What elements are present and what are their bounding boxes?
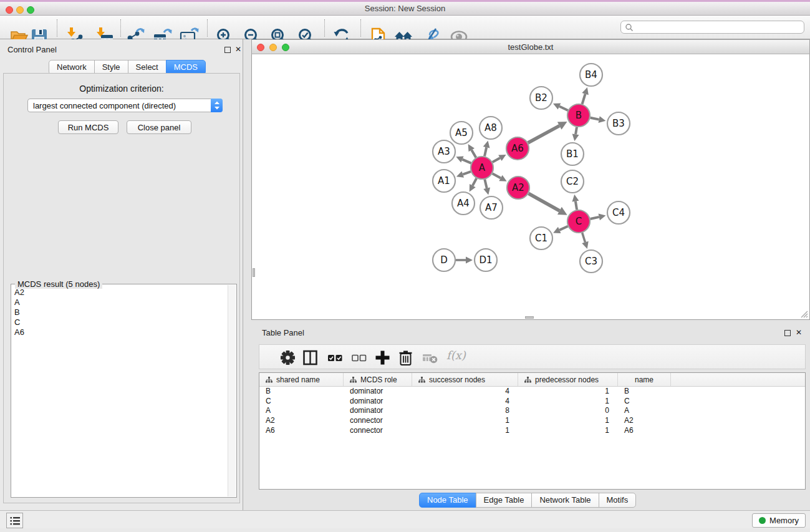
graph-node-C1[interactable]: C1 xyxy=(530,227,552,249)
close-panel-icon[interactable]: ✕ xyxy=(235,45,241,54)
column-header[interactable]: name xyxy=(618,373,671,386)
graph-node-B4[interactable]: B4 xyxy=(580,64,602,86)
svg-text:B1: B1 xyxy=(566,148,579,160)
graph-node-A7[interactable]: A7 xyxy=(480,196,503,219)
mcds-result-item[interactable]: A xyxy=(12,297,228,307)
graph-node-A6[interactable]: A6 xyxy=(506,137,529,160)
delete-column-trash-icon[interactable] xyxy=(397,349,414,366)
edge-B-B3[interactable] xyxy=(591,118,599,120)
column-header[interactable]: predecessor nodes xyxy=(518,373,618,386)
network-canvas[interactable]: B4B2BB3A8A5A6A3B1AA1C2A2A4A7C4CC1DD1C3 xyxy=(251,54,810,320)
graph-node-D1[interactable]: D1 xyxy=(475,249,497,271)
graph-node-A3[interactable]: A3 xyxy=(433,140,455,163)
tab-motifs[interactable]: Motifs xyxy=(599,493,637,508)
toggle-panes-icon[interactable] xyxy=(302,349,319,366)
table-row[interactable]: A6connector11A6 xyxy=(259,426,805,436)
table-row[interactable]: Adominator80A xyxy=(259,406,805,416)
edge-B-B4[interactable] xyxy=(582,94,586,104)
edge-C-C1[interactable] xyxy=(559,226,567,230)
graph-node-D[interactable]: D xyxy=(433,249,455,271)
session-title: Session: New Session xyxy=(365,4,445,13)
edge-A-A7[interactable] xyxy=(485,179,486,188)
list-icon xyxy=(9,515,21,527)
column-header[interactable]: successor nodes xyxy=(412,373,518,386)
criterion-dropdown[interactable]: largest connected component (directed) xyxy=(27,99,223,112)
edge-C-C2[interactable] xyxy=(576,201,577,210)
edge-A-A4[interactable] xyxy=(473,178,476,186)
resize-grip-icon[interactable] xyxy=(799,309,808,318)
add-column-icon[interactable] xyxy=(374,349,391,366)
task-history-button[interactable] xyxy=(6,513,23,528)
select-all-icon[interactable] xyxy=(327,349,344,366)
delete-table-icon[interactable] xyxy=(422,349,438,366)
table-row[interactable]: Bdominator41B xyxy=(259,387,805,397)
graph-node-B1[interactable]: B1 xyxy=(561,143,584,165)
graph-node-A2[interactable]: A2 xyxy=(507,177,529,199)
graph-node-A8[interactable]: A8 xyxy=(480,117,502,139)
edge-A-A6[interactable] xyxy=(493,158,500,162)
table-float-icon[interactable] xyxy=(784,330,791,336)
graph-node-A[interactable]: A xyxy=(471,157,493,179)
tab-node-table[interactable]: Node Table xyxy=(419,493,476,508)
mcds-result-item[interactable]: A6 xyxy=(12,327,228,337)
edge-arrowhead xyxy=(582,87,589,95)
float-panel-icon[interactable] xyxy=(224,47,231,53)
mcds-result-item[interactable]: B xyxy=(12,307,228,317)
mcds-result-item[interactable]: A2 xyxy=(12,288,228,297)
graph-node-C3[interactable]: C3 xyxy=(580,250,602,273)
edge-A-A2[interactable] xyxy=(493,173,501,178)
table-settings-gear-icon[interactable] xyxy=(279,349,296,366)
edge-A-A1[interactable] xyxy=(463,172,471,174)
edge-B-B2[interactable] xyxy=(559,107,568,110)
graph-node-A4[interactable]: A4 xyxy=(452,192,475,215)
edge-A-A5[interactable] xyxy=(471,150,476,158)
column-header[interactable]: shared name xyxy=(259,373,344,386)
close-window-button[interactable] xyxy=(6,6,13,14)
memory-button[interactable]: Memory xyxy=(752,513,806,528)
edge-arrowhead xyxy=(456,171,464,177)
network-window-title-bar[interactable]: testGlobe.txt xyxy=(251,39,810,54)
network-minimize-button[interactable] xyxy=(269,44,277,51)
mcds-result-scrollbar[interactable] xyxy=(228,285,236,496)
table-row[interactable]: A2connector11A2 xyxy=(259,416,805,426)
svg-text:A2: A2 xyxy=(512,182,524,193)
network-close-button[interactable] xyxy=(257,44,264,51)
zoom-window-button[interactable] xyxy=(27,6,34,14)
apply-function-icon[interactable]: f(x) xyxy=(446,349,466,362)
canvas-vscroll-thumb[interactable] xyxy=(253,268,255,277)
graph-node-B3[interactable]: B3 xyxy=(607,112,630,135)
table-close-icon[interactable]: ✕ xyxy=(796,328,802,337)
minimize-window-button[interactable] xyxy=(16,6,24,14)
graph-node-B2[interactable]: B2 xyxy=(530,87,552,109)
table-row[interactable]: Cdominator41C xyxy=(259,397,805,407)
graph-node-C2[interactable]: C2 xyxy=(561,170,584,193)
tab-edge-table[interactable]: Edge Table xyxy=(476,493,533,508)
edge-A6-B[interactable] xyxy=(528,126,560,143)
close-panel-button[interactable]: Close panel xyxy=(127,120,191,134)
edge-A-A3[interactable] xyxy=(462,160,471,163)
edge-A2-C[interactable] xyxy=(529,193,560,211)
column-header[interactable]: MCDS role xyxy=(344,373,412,386)
search-field[interactable] xyxy=(620,21,804,34)
edge-C-C3[interactable] xyxy=(582,233,586,242)
network-zoom-button[interactable] xyxy=(282,44,289,51)
svg-text:A6: A6 xyxy=(511,143,524,154)
toolbar-separator xyxy=(207,19,208,37)
run-mcds-button[interactable]: Run MCDS xyxy=(58,120,118,134)
graph-node-A5[interactable]: A5 xyxy=(450,122,473,144)
graph-node-A1[interactable]: A1 xyxy=(433,170,455,192)
status-bar: Memory xyxy=(0,510,810,528)
canvas-hscroll-thumb[interactable] xyxy=(525,316,534,319)
tab-network-table[interactable]: Network Table xyxy=(531,493,599,508)
edge-A-A8[interactable] xyxy=(485,147,486,156)
mcds-result-item[interactable]: C xyxy=(12,317,228,327)
unselect-all-icon[interactable] xyxy=(350,349,367,366)
search-input[interactable] xyxy=(634,22,804,32)
edge-C-C4[interactable] xyxy=(591,217,599,219)
graph-node-B[interactable]: B xyxy=(567,104,590,127)
desktop-strip-bottom xyxy=(0,528,810,532)
graph-node-C[interactable]: C xyxy=(567,210,590,233)
edge-B-B1[interactable] xyxy=(576,127,577,135)
control-panel-title: Control Panel xyxy=(7,45,57,54)
graph-node-C4[interactable]: C4 xyxy=(607,201,630,224)
